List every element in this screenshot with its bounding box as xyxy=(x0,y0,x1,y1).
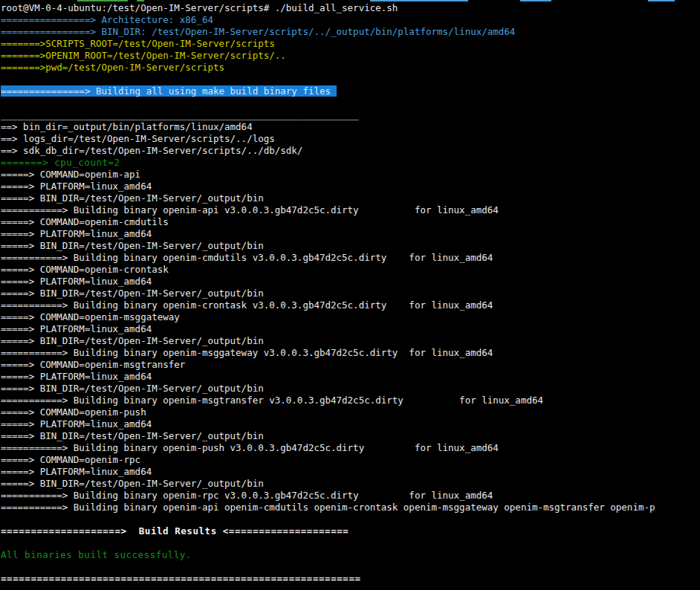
terminal-line-text: ================> Architecture: x86_64 xyxy=(1,14,213,25)
terminal-line: =====> BIN_DIR=/test/Open-IM-Server/_out… xyxy=(1,288,700,299)
terminal-line-text: =====> COMMAND=openim-rpc xyxy=(1,454,140,465)
terminal-line: =====> COMMAND=openim-cmdutils xyxy=(1,216,700,228)
terminal-line-text: =====> PLATFORM=linux_amd64 xyxy=(1,276,152,287)
terminal-line: =====> PLATFORM=linux_amd64 xyxy=(1,371,700,383)
clipped-line-fragment xyxy=(520,0,551,1)
terminal-line-text: ========================================… xyxy=(1,573,361,584)
terminal-line: =====> COMMAND=openim-rpc xyxy=(1,454,700,466)
terminal-line-text: =====> BIN_DIR=/test/Open-IM-Server/_out… xyxy=(1,335,264,346)
terminal-line-text: =====> PLATFORM=linux_amd64 xyxy=(1,323,152,334)
terminal-line-text: ===========> Building binary openim-api … xyxy=(1,204,499,215)
terminal-line: ==> logs_dir=/test/Open-IM-Server/script… xyxy=(1,133,700,145)
terminal-line: =======>OPENIM_ROOT=/test/Open-IM-Server… xyxy=(1,50,700,62)
terminal-line-text: =====> COMMAND=openim-msggateway xyxy=(1,311,180,322)
terminal-line: =====> BIN_DIR=/test/Open-IM-Server/_out… xyxy=(1,240,700,252)
terminal-line: ________________________________________… xyxy=(1,109,700,121)
terminal-line: =====> BIN_DIR=/test/Open-IM-Server/_out… xyxy=(1,192,700,204)
terminal-line-text: ===========> Building binary openim-api … xyxy=(1,502,655,513)
highlighted-status-text: ===============> Building all using make… xyxy=(1,85,337,97)
terminal-line: ===============> Building all using make… xyxy=(1,85,700,97)
terminal-line xyxy=(1,561,700,573)
terminal-line: =====> PLATFORM=linux_amd64 xyxy=(1,466,700,478)
terminal-line: ===========> Building binary openim-cmdu… xyxy=(1,252,700,264)
terminal-line: =====> PLATFORM=linux_amd64 xyxy=(1,276,700,288)
terminal-line-text: =====> PLATFORM=linux_amd64 xyxy=(1,466,152,477)
terminal-line-text: root@VM-0-4-ubuntu:/test/Open-IM-Server/… xyxy=(1,2,398,13)
terminal-line: =======> cpu_count=2 xyxy=(1,157,700,169)
terminal-line xyxy=(1,537,700,549)
terminal-line: ===========> Building binary openim-api … xyxy=(1,204,700,216)
terminal-line-text: =====> COMMAND=openim-push xyxy=(1,406,146,418)
terminal-line: =====> PLATFORM=linux_amd64 xyxy=(1,228,700,240)
terminal-line: =====> COMMAND=openim-msgtransfer xyxy=(1,359,700,371)
terminal-line-text: ===========> Building binary openim-rpc … xyxy=(1,490,493,501)
terminal-line-text: ===========> Building binary openim-msgt… xyxy=(1,395,543,406)
terminal-line: =======>SCRIPTS_ROOT=/test/Open-IM-Serve… xyxy=(1,38,700,50)
terminal-line: =====> PLATFORM=linux_amd64 xyxy=(1,323,700,335)
clipped-line-fragment xyxy=(137,0,144,1)
terminal-line-text: ==> bin_dir=_output/bin/platforms/linux/… xyxy=(1,121,253,132)
terminal-line: ===========> Building binary openim-push… xyxy=(1,442,700,454)
terminal-line: ===========> Building binary openim-cron… xyxy=(1,299,700,311)
terminal-line-text: ===========> Building binary openim-msgg… xyxy=(1,347,493,358)
terminal-line xyxy=(1,74,700,85)
terminal-line: =====> COMMAND=openim-push xyxy=(1,406,700,418)
terminal-line-text: =======>pwd=/test/Open-IM-Server/scripts xyxy=(1,62,224,73)
terminal-line-text: =====> BIN_DIR=/test/Open-IM-Server/_out… xyxy=(1,478,264,489)
terminal-line-text: ==> logs_dir=/test/Open-IM-Server/script… xyxy=(1,133,275,144)
terminal-line xyxy=(1,513,700,525)
terminal-line: ===========> Building binary openim-api … xyxy=(1,502,700,513)
terminal-line: =======>pwd=/test/Open-IM-Server/scripts xyxy=(1,62,700,74)
terminal-line-text: =====> COMMAND=openim-crontask xyxy=(1,264,169,275)
terminal-line: =====> COMMAND=openim-crontask xyxy=(1,264,700,276)
terminal-line-text: =======> cpu_count=2 xyxy=(1,157,120,168)
terminal-line: ==> sdk_db_dir=/test/Open-IM-Server/scri… xyxy=(1,145,700,157)
terminal-line: ===========> Building binary openim-msgt… xyxy=(1,395,700,406)
terminal-line-text: =====> COMMAND=openim-cmdutils xyxy=(1,216,169,227)
terminal-line-text: =====> PLATFORM=linux_amd64 xyxy=(1,418,152,429)
clipped-line-fragment xyxy=(370,0,468,1)
terminal-line: ===========> Building binary openim-msgg… xyxy=(1,347,700,359)
terminal-line-text: ==> sdk_db_dir=/test/Open-IM-Server/scri… xyxy=(1,145,302,156)
terminal-line: =====> COMMAND=openim-api xyxy=(1,169,700,181)
terminal-line: =====> PLATFORM=linux_amd64 xyxy=(1,418,700,430)
terminal-line-text: =======>OPENIM_ROOT=/test/Open-IM-Server… xyxy=(1,50,286,61)
terminal-line-text: =====> PLATFORM=linux_amd64 xyxy=(1,228,152,239)
terminal-line-text: =====> COMMAND=openim-api xyxy=(1,169,140,180)
terminal-line: ==> bin_dir=_output/bin/platforms/linux/… xyxy=(1,121,700,133)
terminal-line: =====> BIN_DIR=/test/Open-IM-Server/_out… xyxy=(1,335,700,347)
terminal-line: ===========> Building binary openim-rpc … xyxy=(1,490,700,502)
terminal-line: All binaries built successfully. xyxy=(1,549,700,561)
terminal-line-text: =====> PLATFORM=linux_amd64 xyxy=(1,371,152,382)
terminal-line xyxy=(1,97,700,109)
terminal-line: =====> COMMAND=openim-msggateway xyxy=(1,311,700,323)
terminal-line-text: ===========> Building binary openim-cron… xyxy=(1,299,493,311)
terminal-line-text: ===========> Building binary openim-push… xyxy=(1,442,499,453)
terminal-line: =====> PLATFORM=linux_amd64 xyxy=(1,181,700,192)
terminal-line-text: =====> BIN_DIR=/test/Open-IM-Server/_out… xyxy=(1,288,264,299)
terminal-line-text: =======>SCRIPTS_ROOT=/test/Open-IM-Serve… xyxy=(1,38,275,49)
terminal-line-text: =====> BIN_DIR=/test/Open-IM-Server/_out… xyxy=(1,240,264,251)
terminal-line: ====================> Build Results <===… xyxy=(1,525,700,537)
terminal-line: =====> BIN_DIR=/test/Open-IM-Server/_out… xyxy=(1,478,700,490)
terminal-line-text: ================> BIN_DIR: /test/Open-IM… xyxy=(1,26,515,37)
terminal-output[interactable]: root@VM-0-4-ubuntu:/test/Open-IM-Server/… xyxy=(0,2,700,585)
terminal-line-text: =====> PLATFORM=linux_amd64 xyxy=(1,181,152,192)
terminal-line-text: =====> BIN_DIR=/test/Open-IM-Server/_out… xyxy=(1,430,264,441)
clipped-line-fragment xyxy=(77,0,128,1)
terminal-window[interactable]: root@VM-0-4-ubuntu:/test/Open-IM-Server/… xyxy=(0,0,700,590)
terminal-line: =====> BIN_DIR=/test/Open-IM-Server/_out… xyxy=(1,430,700,442)
terminal-line-text: =====> BIN_DIR=/test/Open-IM-Server/_out… xyxy=(1,192,264,204)
clipped-line-fragment xyxy=(648,0,675,1)
terminal-line-text: ________________________________________… xyxy=(1,109,359,120)
terminal-line: ========================================… xyxy=(1,573,700,585)
terminal-line-text: ===========> Building binary openim-cmdu… xyxy=(1,252,493,263)
terminal-line-text: ====================> Build Results <===… xyxy=(1,525,349,536)
terminal-line: ================> BIN_DIR: /test/Open-IM… xyxy=(1,26,700,38)
terminal-line: ================> Architecture: x86_64 xyxy=(1,14,700,26)
terminal-line: root@VM-0-4-ubuntu:/test/Open-IM-Server/… xyxy=(1,2,700,14)
terminal-line-text: All binaries built successfully. xyxy=(1,549,192,560)
terminal-line: =====> BIN_DIR=/test/Open-IM-Server/_out… xyxy=(1,383,700,395)
terminal-line-text: =====> BIN_DIR=/test/Open-IM-Server/_out… xyxy=(1,383,264,394)
terminal-line-text: =====> COMMAND=openim-msgtransfer xyxy=(1,359,185,370)
